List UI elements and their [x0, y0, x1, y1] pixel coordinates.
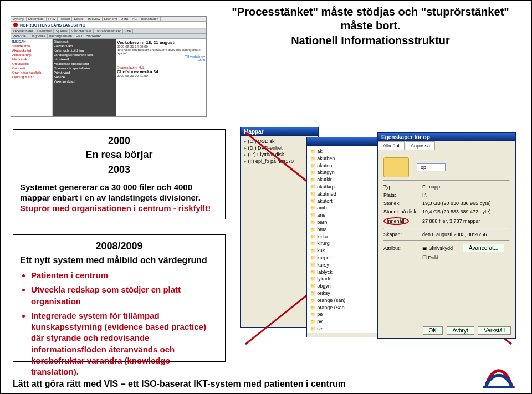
tree-node: (I:) epi_fb på hus170	[244, 158, 315, 165]
ok-button: OK	[423, 326, 443, 335]
list-item: Ledning & stab	[12, 75, 51, 79]
list-item: kirka	[310, 233, 387, 241]
val-place: I:\	[422, 192, 427, 198]
intranet-left-links: INSIDAN Samhetsmo Akutsjukvård Allmänkir…	[11, 39, 53, 116]
menu-item: Che	[123, 29, 133, 33]
list-item: kurpe	[310, 254, 387, 262]
slide: { "title": { "line1": "\"Processtänket\"…	[0, 0, 532, 394]
tree-node: (F:) Flyttbar disk	[244, 151, 315, 158]
menu-item: Vårdcentraler	[70, 29, 94, 33]
lbl-contains: Innehåll:	[383, 217, 422, 225]
svg-rect-2	[483, 386, 514, 388]
list-item: ak	[310, 148, 387, 155]
list-item: Medicinska specialiteter	[54, 62, 115, 65]
tab: Dynergi	[11, 17, 27, 21]
list-item: kuk	[310, 247, 387, 254]
properties-tabs: Allmänt Anpassa	[378, 141, 515, 150]
lbl-type: Typ:	[383, 184, 422, 190]
list-item: pe	[310, 311, 387, 318]
list-item: Länsteknik	[54, 58, 115, 61]
intranet-banner: NORRBOTTENS LÄNS LANDSTING	[11, 22, 206, 29]
list-item: Landstingsdirektörens stab	[54, 53, 115, 57]
bullet-list: Patienten i centrum Utveckla redskap som…	[20, 270, 218, 377]
properties-dialog-screenshot: Mappar (C:) OSDisk (D:) DVD-enhet (F:) F…	[240, 127, 517, 349]
paragraph: Systemet genererar ca 30 000 filer och 4…	[20, 182, 218, 213]
list-item: akutort	[310, 198, 387, 205]
tab: Telefon	[58, 17, 72, 21]
tab: Teknikhuten	[139, 17, 161, 21]
lbl-attr: Attribut:	[383, 245, 422, 251]
tab-general: Allmänt	[378, 141, 405, 150]
tab: Läkemedel	[27, 17, 47, 21]
news-sub: Innehåller information om höstens divisi…	[117, 48, 205, 55]
tab: Infoview	[86, 17, 103, 21]
footer-text: Lätt att göra rätt med VIS – ett ISO-bas…	[13, 379, 346, 389]
properties-window: Egenskaper för op Allmänt Anpassa op Typ…	[377, 132, 516, 339]
para-black: Systemet genererar ca 30 000 filer och 4…	[20, 182, 201, 202]
list-item: Onkologisk	[12, 62, 51, 65]
list-item: akuten	[310, 162, 387, 170]
list-item: Öron-näsa-hals/käk	[12, 71, 51, 74]
year-2000: 2000	[20, 135, 218, 147]
title-line2: Nationell Informationsstruktur	[222, 34, 519, 48]
list-item: lablyck	[310, 269, 387, 276]
lead-text: Ett nytt system med målbild och värdegru…	[20, 255, 218, 265]
list-item: orange (San	[310, 304, 387, 311]
val-created: den 8 augusti 2003, 08:26:56	[422, 232, 487, 237]
nll-logo	[483, 365, 515, 391]
advanced-button: Avancerat...	[463, 244, 504, 252]
val-contains: 27 888 filer, 3 737 mappar	[422, 218, 480, 224]
list-item: Kultur och utbildning	[54, 49, 115, 52]
menu-item: Diagnostik	[28, 34, 48, 38]
insidan-label: INSIDAN	[12, 40, 51, 43]
list-item: akutgyn	[310, 169, 387, 176]
intranet-dropdown: Diagnostik Folktandvård Kultur och utbil…	[53, 39, 116, 116]
intranet-tabs: Dynergi Läkemedel PAW Telefon Destall In…	[11, 17, 206, 22]
val-type: Filmapp	[422, 184, 440, 190]
list-item: Allmänkirurgi	[12, 53, 51, 57]
list-item: Ortopedi	[12, 66, 51, 70]
news-date: 2009-08-21 09:41:00	[117, 74, 205, 78]
list-item: se	[310, 325, 387, 332]
bullet-item: Integrerade system för tillämpad kunskap…	[31, 310, 218, 378]
list-item: obgyn	[310, 283, 387, 290]
menu-item: Sjukhus	[54, 29, 69, 33]
tab: PAW	[47, 17, 58, 21]
attr-hidden: ☐ Dold	[422, 255, 438, 260]
list-item: amb	[310, 204, 387, 212]
apply-button: Verkställ	[478, 326, 511, 335]
list-item: akutkirp	[310, 183, 387, 191]
news-heading: Veckobrev nr 18, 21 augusti	[117, 40, 205, 45]
news-link: Länk	[117, 58, 205, 62]
lbl-created: Skapad:	[383, 232, 422, 237]
list-item: oriksy	[310, 290, 387, 297]
list-item: kursy	[310, 262, 387, 269]
list-item: Primärvård	[54, 71, 115, 74]
list-item: akutmed	[310, 191, 387, 198]
text-box-2008: 2008/2009 Ett nytt system med målbild oc…	[13, 234, 226, 362]
w1-titlebar: Mappar	[241, 127, 318, 136]
bullet-item: Patienten i centrum	[31, 270, 218, 281]
year-2008: 2008/2009	[20, 241, 218, 252]
list-item: orange (san)	[310, 297, 387, 304]
list-item: akutben	[310, 155, 387, 162]
list-item: akutkir	[310, 176, 387, 183]
list-item: pv	[310, 318, 387, 325]
dialog-buttons: OK Avbryt Verkställ	[421, 326, 511, 335]
list-item: Akutsjukvård	[12, 49, 51, 52]
tab: NC	[130, 17, 139, 21]
properties-pane: op Typ:Filmapp Plats:I:\ Storlek:19,3 GB…	[378, 150, 515, 325]
tab: Dora	[119, 17, 130, 21]
subtitle: En resa börjar	[20, 149, 218, 161]
intranet-menubar-2: Personal Diagnostik daltningsarbete FoU …	[11, 34, 206, 39]
banner-text: NORRBOTTENS LÄNS LANDSTING	[20, 23, 85, 27]
menu-item: Verksamheter	[11, 29, 35, 33]
para-red: Stuprör med organisationen i centrum - r…	[20, 203, 211, 213]
intranet-menubar: Verksamheter Divisioner Sjukhus Vårdcent…	[11, 29, 206, 34]
list-item: Opererande specialiteter	[54, 66, 115, 70]
intranet-news: Veckobrev nr 18, 21 augusti 2009-08-21 1…	[116, 39, 206, 116]
cancel-button: Avbryt	[447, 326, 474, 335]
list-item: Medicinsk	[12, 58, 51, 61]
tab: Ekonomi	[103, 17, 119, 21]
bullet-item: Utveckla redskap som stödjer en platt or…	[31, 284, 218, 307]
